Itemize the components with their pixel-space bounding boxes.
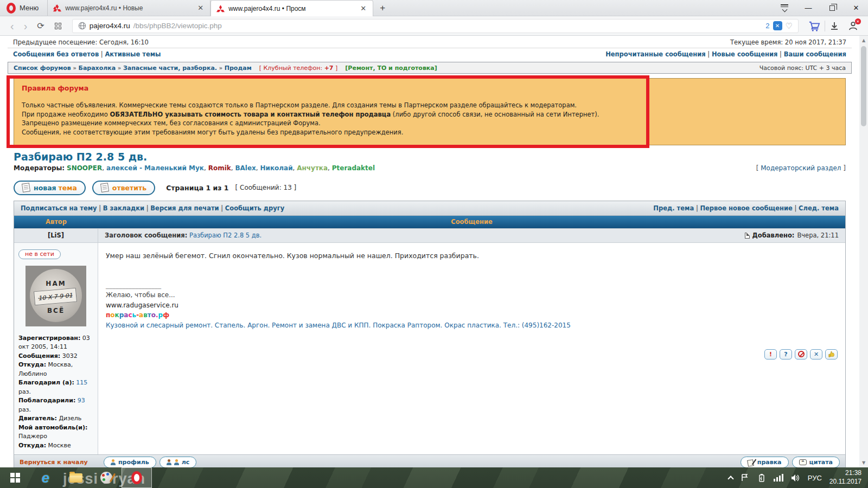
header-link[interactable]: Непрочитанные сообщения: [605, 50, 706, 58]
bookmark-heart-icon[interactable]: ♡: [786, 21, 793, 31]
account-icon[interactable]: ✕: [848, 21, 858, 31]
tab-view-topic-active[interactable]: www.pajero4x4.ru • Просм ✕: [210, 0, 373, 16]
subject-link[interactable]: Разбираю П2 2.8 5 дв.: [189, 232, 261, 239]
tray-expand-chevron[interactable]: [729, 474, 733, 481]
restore-button[interactable]: [820, 0, 844, 16]
download-icon[interactable]: [829, 21, 839, 31]
scroll-up-arrow[interactable]: ▲: [862, 36, 865, 45]
breadcrumb-link[interactable]: Запасные части, разборка.: [123, 65, 217, 72]
moderator-link[interactable]: Romik: [208, 164, 231, 172]
signature-services-link[interactable]: Кузовной и слесарный ремонт. Стапель. Ар…: [106, 320, 838, 331]
taskbar: jessi bryan e РУС 21:3820.11.2017: [0, 467, 868, 488]
speed-dial-icon[interactable]: [55, 23, 61, 29]
forum-rules-wrap: Правила форума Только частные объявления…: [14, 78, 846, 145]
clock[interactable]: 21:3820.11.2017: [829, 469, 861, 486]
posts-count: [ Сообщений: 13 ]: [235, 184, 297, 191]
close-button[interactable]: ✕: [844, 0, 868, 16]
moderator-link[interactable]: алексей - Маленький Мук: [106, 164, 204, 172]
moderator-link[interactable]: SNOOPER: [67, 164, 102, 172]
screen: Меню www.pajero4x4.ru • Новые ✕ www.paje…: [0, 0, 868, 488]
globe-icon: [78, 22, 86, 30]
taskbar-ie-button[interactable]: e: [30, 467, 61, 488]
tab-title: www.pajero4x4.ru • Новые: [65, 4, 193, 12]
network-signal-icon[interactable]: [774, 474, 783, 481]
action-center-flag-icon[interactable]: [741, 473, 749, 482]
separator: |: [706, 50, 712, 58]
taskbar-explorer-button[interactable]: [61, 467, 91, 488]
topic-nav-link[interactable]: След. тема: [799, 204, 839, 212]
quote-button[interactable]: ❝цитата: [792, 457, 840, 467]
new-topic-button[interactable]: новая тема: [14, 181, 86, 195]
question-button[interactable]: ?: [780, 349, 792, 359]
language-indicator[interactable]: РУС: [808, 474, 822, 482]
opera-icon: [131, 471, 142, 484]
volume-icon[interactable]: [791, 474, 800, 482]
header-link[interactable]: Активные темы: [105, 50, 161, 58]
reload-button[interactable]: ⟳: [32, 22, 49, 30]
header-link[interactable]: Сообщения без ответов: [13, 50, 99, 58]
new-topic-icon: [22, 183, 30, 192]
topic-tool-link[interactable]: Сообщить другу: [225, 204, 285, 212]
opera-menu-button[interactable]: Меню: [0, 0, 48, 16]
scroll-down-arrow[interactable]: ▼: [862, 458, 865, 467]
topic-nav-link[interactable]: Первое новое сообщение: [700, 204, 792, 212]
edit-button[interactable]: правка: [741, 457, 789, 467]
ban-button[interactable]: [795, 349, 807, 359]
rules-line: При продаже необходимо ОБЯЗАТЕЛЬНО указы…: [22, 110, 838, 119]
topic-nav-link[interactable]: Пред. тема: [653, 204, 694, 212]
separator: |: [99, 50, 105, 58]
moderator-link[interactable]: Pteradaktel: [332, 164, 375, 172]
back-button[interactable]: ‹: [5, 21, 19, 31]
profile-field: Сообщения: 3032: [18, 352, 93, 361]
adblock-shield-icon[interactable]: ✕: [773, 21, 782, 30]
topic-title[interactable]: Разбираю П2 2.8 5 дв.: [14, 151, 846, 163]
report-button[interactable]: !: [764, 349, 777, 359]
thumbs-up-button[interactable]: [825, 349, 838, 359]
new-tab-button[interactable]: +: [373, 0, 392, 16]
taskbar-opera-button[interactable]: [122, 467, 152, 488]
battery-icon[interactable]: [757, 473, 766, 482]
moderator-link[interactable]: Анчутка: [297, 164, 328, 172]
reply-button[interactable]: ответить: [92, 181, 155, 195]
topic-tool-link[interactable]: Подписаться на тему: [21, 204, 97, 212]
signature-rainbow-link[interactable]: покрась-авто.рф: [106, 310, 838, 320]
scrollbar[interactable]: ▲ ▼: [859, 36, 868, 467]
topic-tool-link[interactable]: Версия для печати: [150, 204, 219, 212]
header-link[interactable]: Ваши сообщения: [784, 50, 846, 58]
breadcrumb-link[interactable]: Список форумов: [14, 65, 71, 72]
club-phone-link[interactable]: [ Клубный телефон: +7 ]: [259, 65, 338, 72]
minimize-button[interactable]: —: [796, 0, 820, 16]
moderator-link[interactable]: BAlex: [235, 164, 256, 172]
post-author-name[interactable]: [LiS]: [14, 229, 98, 242]
start-button[interactable]: [0, 467, 30, 488]
profile-button[interactable]: профиль: [104, 457, 156, 467]
tab-new-topics[interactable]: www.pajero4x4.ru • Новые ✕: [48, 0, 210, 16]
header-link[interactable]: Новые сообщения: [712, 50, 778, 58]
breadcrumb-link[interactable]: Барахолка: [79, 65, 116, 72]
moderator-section-link[interactable]: [ Модераторский раздел ]: [756, 164, 846, 172]
moderator-link[interactable]: Николай: [260, 164, 292, 172]
profile-field: Откуда: Москва, Люблино: [18, 361, 93, 378]
signature-site-link[interactable]: www.radugaservice.ru: [106, 300, 838, 311]
delete-button[interactable]: ✕: [810, 349, 822, 359]
cart-icon[interactable]: [808, 21, 820, 31]
back-to-top-link[interactable]: Вернуться к началу: [14, 459, 98, 466]
scrollbar-thumb[interactable]: [861, 46, 866, 126]
tab-close-icon[interactable]: ✕: [359, 4, 367, 12]
taskbar-paint-button[interactable]: [91, 467, 122, 488]
tab-title: www.pajero4x4.ru • Просм: [228, 5, 355, 12]
breadcrumb-link[interactable]: Продам: [225, 65, 252, 72]
thanks-count-link[interactable]: 115: [74, 379, 88, 386]
topic-tool-link[interactable]: В закладки: [103, 204, 144, 212]
url-field[interactable]: pajero4x4.ru/bbs/phpBB2/viewtopic.php 2 …: [72, 19, 799, 33]
tab-menu-button[interactable]: [773, 0, 796, 16]
thanks-count-link[interactable]: 93: [75, 397, 85, 404]
forward-button[interactable]: ›: [19, 21, 33, 31]
repair-section-link[interactable]: [Ремонт, ТО и подготовка]: [345, 65, 437, 72]
private-message-button[interactable]: лс: [159, 457, 197, 467]
avatar: НАМ 10 X 7 9 01 ВСЁ: [25, 266, 86, 326]
subject-label: Заголовок сообщения:: [105, 232, 187, 239]
tab-close-icon[interactable]: ✕: [196, 4, 205, 12]
file-explorer-icon: [69, 473, 82, 483]
url-domain: pajero4x4.ru: [90, 22, 130, 30]
